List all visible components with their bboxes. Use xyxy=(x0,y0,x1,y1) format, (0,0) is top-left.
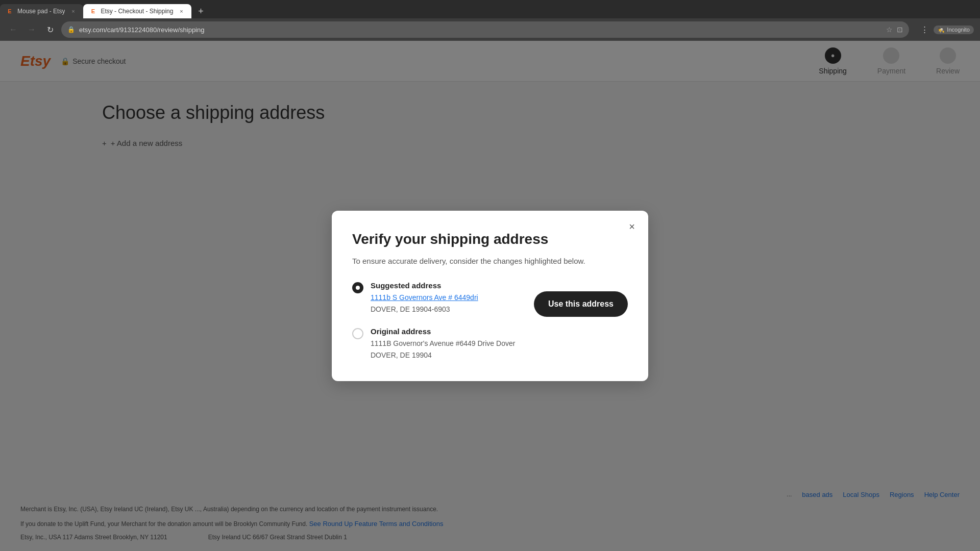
radio-inner-dot xyxy=(356,286,360,290)
modal-close-button[interactable]: × xyxy=(624,219,640,235)
original-address-line1: 1111B Governor's Avenue #6449 Drive Dove… xyxy=(371,338,515,349)
tab-2-favicon: E xyxy=(89,8,96,15)
address-bar-row: ← → ↻ 🔒 etsy.com/cart/9131224080/review/… xyxy=(0,18,980,41)
address-options: Suggested address 1111b S Governors Ave … xyxy=(352,281,628,361)
tab-1-title: Mouse pad - Etsy xyxy=(17,8,65,15)
original-address-line2: DOVER, DE 19904 xyxy=(371,349,515,361)
refresh-button[interactable]: ↻ xyxy=(43,22,57,37)
suggested-address-option[interactable]: Suggested address 1111b S Governors Ave … xyxy=(352,281,524,315)
tab-2[interactable]: E Etsy - Checkout - Shipping × xyxy=(83,4,191,18)
incognito-icon: 🕵 xyxy=(938,27,945,33)
tab-1-close[interactable]: × xyxy=(69,7,77,15)
address-list: Suggested address 1111b S Governors Ave … xyxy=(352,281,524,361)
modal-description: To ensure accurate delivery, consider th… xyxy=(352,256,628,267)
original-address-radio[interactable] xyxy=(352,328,363,339)
new-tab-button[interactable]: + xyxy=(193,4,208,18)
suggested-address-line2: DOVER, DE 19904-6903 xyxy=(371,304,478,315)
original-address-label: Original address xyxy=(371,327,515,336)
star-icon[interactable]: ☆ xyxy=(886,26,893,34)
suggested-address-content: Suggested address 1111b S Governors Ave … xyxy=(371,281,478,315)
browser-chrome: E Mouse pad - Etsy × E Etsy - Checkout -… xyxy=(0,0,980,41)
original-address-option[interactable]: Original address 1111B Governor's Avenue… xyxy=(352,327,524,361)
address-bar[interactable]: 🔒 etsy.com/cart/9131224080/review/shippi… xyxy=(61,21,909,38)
forward-button[interactable]: → xyxy=(24,22,39,37)
page: Etsy 🔒 Secure checkout ● Shipping Paymen… xyxy=(0,41,980,551)
tab-2-close[interactable]: × xyxy=(177,7,185,15)
tab-2-title: Etsy - Checkout - Shipping xyxy=(101,8,173,15)
incognito-label: Incognito xyxy=(947,27,970,33)
incognito-badge: 🕵 Incognito xyxy=(934,26,974,34)
verify-address-modal: × Verify your shipping address To ensure… xyxy=(332,211,648,381)
modal-title: Verify your shipping address xyxy=(352,231,628,247)
suggested-address-label: Suggested address xyxy=(371,281,478,290)
original-address-content: Original address 1111B Governor's Avenue… xyxy=(371,327,515,361)
tab-1[interactable]: E Mouse pad - Etsy × xyxy=(0,4,83,18)
address-bar-icons: ☆ ⊡ xyxy=(886,26,903,34)
back-button[interactable]: ← xyxy=(6,22,20,37)
tab-1-favicon: E xyxy=(6,8,13,15)
modal-overlay[interactable]: × Verify your shipping address To ensure… xyxy=(0,41,980,551)
suggested-address-line1: 1111b S Governors Ave # 6449dri xyxy=(371,292,478,303)
lock-icon: 🔒 xyxy=(67,26,75,33)
browser-actions: ⋮ 🕵 Incognito xyxy=(917,22,974,37)
suggested-address-radio[interactable] xyxy=(352,282,363,293)
use-address-button[interactable]: Use this address xyxy=(534,291,628,317)
tab-bar: E Mouse pad - Etsy × E Etsy - Checkout -… xyxy=(0,0,980,18)
extensions-button[interactable]: ⋮ xyxy=(917,22,932,37)
cast-icon[interactable]: ⊡ xyxy=(897,26,903,34)
url-text: etsy.com/cart/9131224080/review/shipping xyxy=(79,26,882,34)
